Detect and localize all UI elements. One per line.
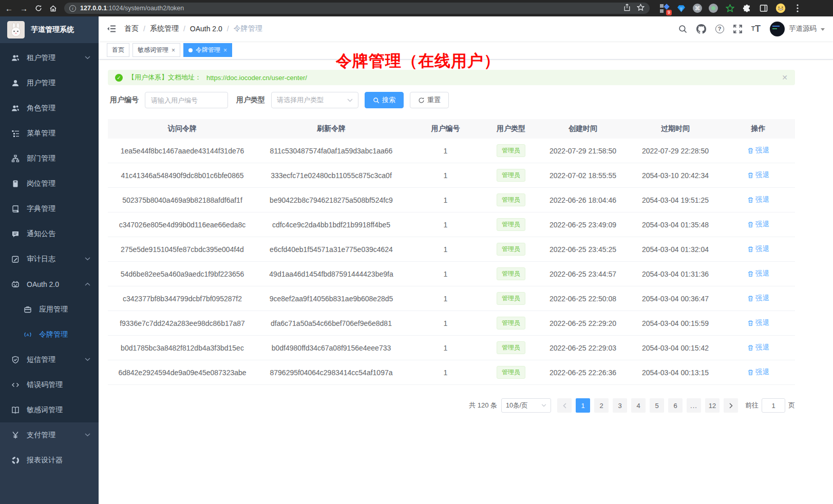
refresh-token-cell: 8796295f04064c2983414cc54af1097a	[257, 369, 406, 377]
sidebar-item-post[interactable]: 岗位管理	[0, 171, 99, 196]
close-icon[interactable]: ×	[172, 47, 175, 53]
sidebar-item-notice[interactable]: 通知公告	[0, 221, 99, 246]
command-extension-icon[interactable]: ⌘	[693, 4, 702, 13]
forward-icon[interactable]: →	[20, 5, 28, 12]
sidebar-item-sms[interactable]: 短信管理	[0, 347, 99, 372]
goto-page-input[interactable]	[762, 398, 785, 413]
sidebar-item-oauth[interactable]: OAuth 2.0	[0, 272, 99, 297]
page-button-3[interactable]: 3	[613, 398, 627, 413]
view-tag-active[interactable]: 令牌管理×	[183, 43, 232, 57]
dot-extension-icon[interactable]	[709, 4, 718, 13]
reload-icon[interactable]	[35, 5, 42, 12]
breadcrumb-item[interactable]: OAuth 2.0	[190, 25, 222, 33]
force-logout-label: 强退	[755, 195, 769, 204]
user-id-cell: 1	[406, 369, 485, 377]
sidebar-item-pay[interactable]: 支付管理	[0, 422, 99, 448]
profile-avatar-icon[interactable]	[775, 3, 786, 13]
star-extension-icon[interactable]	[725, 3, 735, 13]
next-page-button[interactable]	[724, 398, 738, 413]
force-logout-button[interactable]: 强退	[747, 343, 769, 352]
search-icon[interactable]	[678, 25, 687, 33]
puzzle-icon[interactable]	[742, 3, 752, 13]
sidebar-item-sensitive[interactable]: 敏感词管理	[0, 397, 99, 422]
sidebar-item-app[interactable]: 应用管理	[0, 297, 99, 322]
reset-button[interactable]: 重置	[410, 92, 449, 108]
sidebar-toggle-icon[interactable]	[759, 3, 769, 13]
font-size-icon[interactable]: TT	[751, 24, 761, 33]
page-button-12[interactable]: 12	[705, 398, 720, 413]
force-logout-button[interactable]: 强退	[747, 294, 769, 303]
github-icon[interactable]	[696, 24, 706, 34]
expire-time-cell: 2054-03-04 01:32:04	[629, 245, 722, 254]
page-size-select[interactable]: 10条/页	[501, 398, 551, 413]
menu-fold-icon[interactable]	[107, 25, 116, 33]
page-button-4[interactable]: 4	[631, 398, 646, 413]
force-logout-label: 强退	[755, 269, 769, 278]
force-logout-button[interactable]: 强退	[747, 146, 769, 155]
sidebar-item-label: 角色管理	[27, 104, 90, 113]
search-button[interactable]: 搜索	[365, 92, 404, 108]
force-logout-button[interactable]: 强退	[747, 367, 769, 377]
home-icon[interactable]	[49, 5, 57, 12]
view-tag-item[interactable]: 首页	[107, 43, 129, 57]
force-logout-button[interactable]: 强退	[747, 195, 769, 204]
sidebar-item-role[interactable]: 角色管理	[0, 95, 99, 121]
create-time-cell: 2022-07-02 18:55:55	[537, 171, 629, 180]
page-button-6[interactable]: 6	[668, 398, 683, 413]
browser-menu-icon[interactable]	[792, 3, 803, 13]
breadcrumb: 首页/系统管理/OAuth 2.0/令牌管理	[124, 24, 262, 33]
view-tag-item[interactable]: 敏感词管理×	[132, 43, 180, 57]
page-button-5[interactable]: 5	[650, 398, 664, 413]
page-button-1[interactable]: 1	[576, 398, 590, 413]
extension-grid-icon[interactable]: 9	[659, 3, 669, 13]
user-type-cell: 管理员	[485, 144, 537, 157]
more-pages-icon[interactable]: ...	[687, 398, 701, 413]
user-id-input[interactable]	[145, 92, 228, 108]
sidebar-item-label: 应用管理	[39, 305, 90, 314]
force-logout-button[interactable]: 强退	[747, 170, 769, 180]
dict-icon	[11, 205, 20, 213]
close-icon[interactable]: ×	[223, 47, 227, 53]
force-logout-button[interactable]: 强退	[747, 244, 769, 254]
help-icon[interactable]: ?	[715, 25, 724, 33]
create-time-cell: 2022-06-25 22:29:03	[537, 344, 629, 352]
breadcrumb-separator: /	[227, 25, 229, 33]
force-logout-label: 强退	[755, 170, 769, 180]
bookmark-star-icon[interactable]	[637, 4, 645, 13]
address-bar[interactable]: i 127.0.0.1:1024/system/oauth2/token	[64, 3, 650, 14]
page-button-2[interactable]: 2	[594, 398, 609, 413]
user-menu[interactable]: 芋道源码	[770, 22, 825, 36]
force-logout-button[interactable]: 强退	[747, 220, 769, 229]
chevron-up-icon	[85, 282, 90, 286]
user-name: 芋道源码	[789, 24, 817, 33]
close-icon[interactable]: ✕	[782, 73, 788, 82]
sidebar-item-label: 报表设计器	[27, 456, 90, 465]
sidebar-item-user[interactable]: 用户管理	[0, 70, 99, 95]
page-info-icon[interactable]: i	[69, 5, 76, 12]
gem-extension-icon[interactable]	[676, 3, 686, 13]
chevron-down-icon	[821, 28, 825, 31]
breadcrumb-item[interactable]: 系统管理	[150, 24, 179, 33]
user-type-select[interactable]: 请选择用户类型	[271, 92, 358, 108]
action-cell: 强退	[722, 244, 795, 254]
sidebar-item-report[interactable]: 报表设计器	[0, 448, 99, 473]
doc-link[interactable]: https://doc.iocoder.cn/user-center/	[206, 74, 307, 82]
app-logo-bar[interactable]: 芋道管理系统	[0, 16, 99, 43]
sidebar-item-token[interactable]: A令牌管理	[0, 322, 99, 347]
sidebar-item-dept[interactable]: 部门管理	[0, 146, 99, 171]
force-logout-button[interactable]: 强退	[747, 269, 769, 278]
force-logout-button[interactable]: 强退	[747, 318, 769, 327]
search-icon	[373, 97, 380, 104]
back-icon[interactable]: ←	[5, 5, 13, 12]
prev-page-button[interactable]	[557, 398, 572, 413]
sidebar-item-audit[interactable]: 审计日志	[0, 246, 99, 272]
sidebar-item-errcode[interactable]: 错误码管理	[0, 372, 99, 397]
breadcrumb-item[interactable]: 首页	[124, 24, 139, 33]
user-id-cell: 1	[406, 147, 485, 155]
share-icon[interactable]	[623, 4, 631, 13]
fullscreen-icon[interactable]	[733, 25, 742, 33]
sidebar-item-menu[interactable]: 菜单管理	[0, 121, 99, 146]
sidebar-item-dict[interactable]: 字典管理	[0, 196, 99, 221]
user-type-cell: 管理员	[485, 292, 537, 305]
sidebar-item-tenant[interactable]: 租户管理	[0, 45, 99, 70]
